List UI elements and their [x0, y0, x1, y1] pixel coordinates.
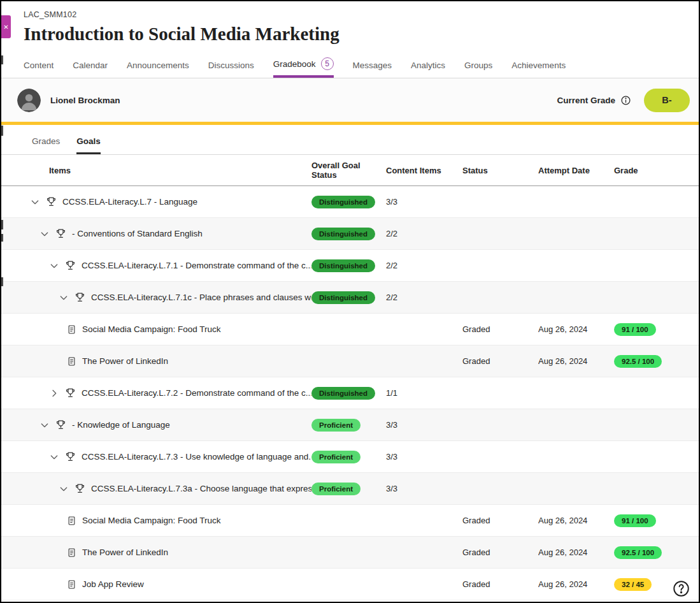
status-value: Graded	[462, 356, 490, 366]
goal-row: CCSS.ELA-Literacy.L.7 - LanguageDistingu…	[1, 186, 699, 218]
expand-chevron-icon[interactable]	[39, 229, 50, 239]
tab-achievements[interactable]: Achievements	[511, 61, 566, 78]
tab-groups[interactable]: Groups	[464, 61, 492, 78]
goal-label: CCSS.ELA-Literacy.L.7.3 - Use knowledge …	[82, 452, 311, 461]
goal-label: - Knowledge of Language	[72, 420, 170, 430]
content-items-count: 2/2	[386, 261, 397, 270]
goal-status-pill: Proficient	[311, 483, 361, 495]
goal-trophy-icon	[55, 419, 66, 430]
tab-messages[interactable]: Messages	[353, 61, 392, 78]
goals-table-header: Items Overall Goal Status Content Items …	[1, 155, 699, 186]
content-items-count: 3/3	[386, 484, 397, 493]
grade-pill: 92.5 / 100	[614, 355, 662, 368]
goal-label: CCSS.ELA-Literacy.L.7.3a - Choose langua…	[91, 484, 311, 493]
tab-label: Analytics	[411, 61, 445, 70]
attempt-date-value: Aug 26, 2024	[538, 579, 587, 589]
tab-calendar[interactable]: Calendar	[73, 61, 108, 78]
info-icon[interactable]	[620, 95, 631, 106]
tab-discussions[interactable]: Discussions	[208, 61, 254, 78]
content-item-label: Social Media Campaign: Food Truck	[82, 324, 221, 334]
goal-row: CCSS.ELA-Literacy.L.7.2 - Demonstrate co…	[1, 377, 699, 409]
content-items-count: 3/3	[386, 420, 397, 430]
goal-trophy-icon	[65, 260, 76, 271]
goal-row: CCSS.ELA-Literacy.L.7.1 - Demonstrate co…	[1, 250, 699, 282]
column-grade: Grade	[614, 166, 686, 175]
edge-artifact	[1, 220, 3, 229]
avatar	[17, 89, 41, 112]
person-icon	[17, 89, 41, 112]
goal-status-pill: Distinguished	[311, 387, 375, 400]
tab-label: Groups	[464, 61, 492, 70]
page-title: Introduction to Social Media Marketing	[24, 24, 699, 45]
attempt-date-value: Aug 26, 2024	[538, 548, 587, 557]
tab-label: Achievements	[511, 61, 566, 70]
tab-content[interactable]: Content	[24, 61, 54, 78]
goal-row: - Knowledge of LanguageProficient3/3	[1, 409, 699, 441]
expand-chevron-icon[interactable]	[49, 452, 59, 462]
column-overall-goal-status: Overall Goal Status	[311, 161, 386, 180]
goal-status-pill: Distinguished	[311, 291, 375, 304]
column-items: Items	[27, 166, 311, 175]
goal-status-pill: Distinguished	[311, 228, 375, 240]
goal-label: CCSS.ELA-Literacy.L.7.2 - Demonstrate co…	[82, 388, 311, 398]
content-row: Job App ReviewGradedAug 26, 202432 / 45	[1, 569, 699, 600]
column-attempt-date: Attempt Date	[538, 166, 614, 175]
goal-trophy-icon	[65, 388, 76, 398]
goal-status-pill: Distinguished	[311, 259, 375, 272]
goal-row: CCSS.ELA-Literacy.L.7.1c - Place phrases…	[1, 282, 699, 314]
expand-chevron-icon[interactable]	[49, 261, 59, 271]
panel-close-tab[interactable]: ✕	[1, 15, 11, 38]
tab-gradebook[interactable]: Gradebook5	[273, 57, 334, 78]
content-item-label: Social Media Campaign: Food Truck	[82, 516, 221, 525]
subtab-grades[interactable]: Grades	[32, 136, 60, 154]
expand-chevron-icon[interactable]	[49, 388, 59, 398]
document-icon	[67, 579, 76, 590]
attempt-date-value: Aug 26, 2024	[538, 324, 587, 334]
document-icon	[67, 356, 76, 367]
content-items-count: 3/3	[386, 452, 397, 461]
course-code: LAC_SMM102	[24, 10, 699, 19]
status-value: Graded	[462, 579, 490, 589]
expand-chevron-icon[interactable]	[59, 484, 69, 494]
content-items-count: 3/3	[386, 197, 397, 207]
tab-analytics[interactable]: Analytics	[411, 61, 445, 78]
goal-trophy-icon	[65, 451, 76, 462]
expand-chevron-icon[interactable]	[30, 197, 40, 207]
help-button[interactable]	[671, 578, 691, 599]
tab-label: Announcements	[127, 61, 189, 70]
subtab-goals[interactable]: Goals	[76, 136, 101, 154]
tab-label: Content	[24, 61, 54, 70]
goal-row: - Conventions of Standard EnglishDisting…	[1, 218, 699, 250]
goal-trophy-icon	[46, 196, 57, 207]
content-item-label: The Power of LinkedIn	[82, 356, 168, 366]
goal-label: - Conventions of Standard English	[72, 229, 203, 238]
status-value: Graded	[462, 324, 490, 334]
goal-status-pill: Distinguished	[311, 196, 375, 208]
goal-row: CCSS.ELA-Literacy.L.7.3a - Choose langua…	[1, 473, 699, 505]
tab-label: Discussions	[208, 61, 254, 70]
content-row: The Power of LinkedInGradedAug 26, 20249…	[1, 537, 699, 569]
course-header: LAC_SMM102 Introduction to Social Media …	[1, 1, 699, 45]
content-row: Social Media Campaign: Food TruckGradedA…	[1, 314, 699, 345]
expand-chevron-icon[interactable]	[59, 293, 69, 303]
column-status: Status	[462, 166, 538, 175]
goal-status-pill: Proficient	[311, 451, 361, 463]
content-item-label: Job App Review	[82, 579, 144, 589]
tab-announcements[interactable]: Announcements	[127, 61, 189, 78]
goal-label: CCSS.ELA-Literacy.L.7.1 - Demonstrate co…	[82, 261, 311, 270]
current-grade-label: Current Grade	[557, 96, 615, 105]
content-row: Social Media Campaign: Food TruckGradedA…	[1, 505, 699, 537]
goal-label: CCSS.ELA-Literacy.L.7.1c - Place phrases…	[91, 293, 311, 302]
expand-chevron-icon[interactable]	[39, 420, 50, 430]
content-item-label: The Power of LinkedIn	[82, 548, 168, 557]
close-icon: ✕	[3, 24, 8, 31]
grade-pill: 91 / 100	[614, 514, 656, 527]
attempt-date-value: Aug 26, 2024	[538, 356, 587, 366]
gradebook-count-badge: 5	[321, 57, 334, 70]
tab-label: Gradebook	[273, 59, 316, 69]
grade-pill: 92.5 / 100	[614, 546, 662, 559]
tab-label: Messages	[353, 61, 392, 70]
document-icon	[67, 324, 76, 335]
content-items-count: 2/2	[386, 229, 397, 238]
content-items-count: 1/1	[386, 388, 397, 398]
